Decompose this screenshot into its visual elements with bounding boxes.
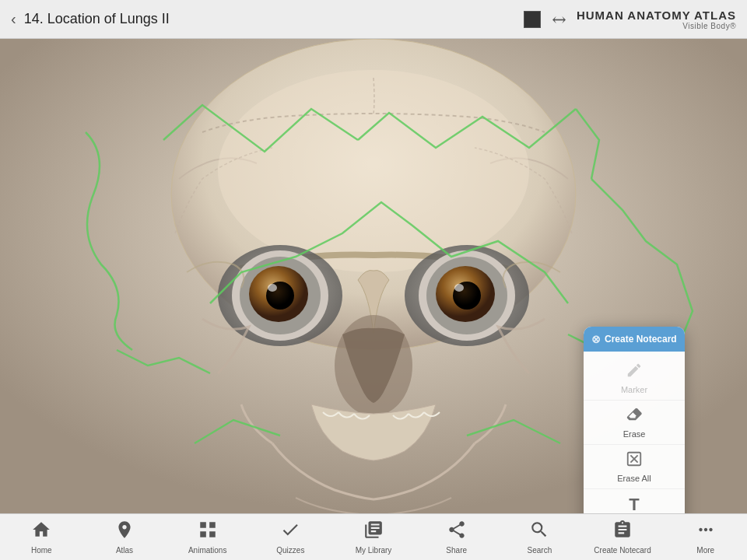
header-right: ⤢ Human Anatomy Atlas Visible Body® [524,9,736,30]
library-icon [363,520,384,544]
anatomy-viewport[interactable]: ⊗ Create Notecard Marker Er [0,39,747,513]
quizzes-icon [280,520,300,544]
nav-search[interactable]: Search [498,514,581,560]
animations-icon [198,520,218,544]
brand-title: Human Anatomy Atlas [577,9,736,22]
erase-all-label: Erase All [617,474,651,483]
nav-home[interactable]: Home [0,514,83,560]
nav-atlas[interactable]: Atlas [83,514,167,560]
erase-icon [626,406,643,428]
svg-point-2 [218,70,529,272]
share-nav-label: Share [446,546,467,555]
app-header: ‹ 14. Location of Lungs II ⤢ Human Anato… [0,0,747,39]
atlas-label: Atlas [116,546,133,555]
erase-label: Erase [623,429,646,439]
notecard-items-list: Marker Erase [584,352,685,513]
notecard-panel: ⊗ Create Notecard Marker Er [584,327,685,513]
nav-library[interactable]: My Library [332,514,416,560]
more-nav-icon [696,520,716,544]
notecard-close-icon[interactable]: ⊗ [591,333,601,345]
animations-label: Animations [188,546,226,555]
svg-point-9 [268,284,277,292]
expand-icon[interactable]: ⤢ [546,7,570,31]
library-label: My Library [356,546,392,555]
nav-create-notecard[interactable]: Create Notecard [581,514,665,560]
notecard-erase-item[interactable]: Erase [584,401,685,445]
svg-point-15 [454,284,464,292]
header-left: ‹ 14. Location of Lungs II [11,10,170,28]
brand-subtitle: Visible Body® [577,22,736,30]
marker-icon [626,362,643,383]
notecard-header[interactable]: ⊗ Create Notecard [584,327,685,352]
notecard-nav-label: Create Notecard [594,546,651,555]
nav-animations[interactable]: Animations [166,514,249,560]
page-title: 14. Location of Lungs II [24,11,170,27]
atlas-icon [114,520,135,544]
textbox-icon: T [629,495,639,513]
nav-more[interactable]: More [664,514,747,560]
notecard-marker-item[interactable]: Marker [584,356,685,401]
erase-all-icon [626,450,643,472]
bottom-navigation: Home Atlas Animations Quizzes My Library… [0,513,747,560]
more-nav-label: More [696,546,714,555]
search-nav-label: Search [528,546,552,555]
notecard-nav-icon [612,520,633,544]
nav-share[interactable]: Share [415,514,498,560]
marker-label: Marker [621,385,647,394]
notecard-textbox-item[interactable]: T Text Box [584,489,685,513]
quizzes-label: Quizzes [276,546,304,555]
share-nav-icon [447,520,467,544]
home-icon [31,520,51,544]
nav-quizzes[interactable]: Quizzes [249,514,332,560]
view-thumbnail[interactable] [524,11,541,28]
brand-block: Human Anatomy Atlas Visible Body® [577,9,736,30]
notecard-erase-all-item[interactable]: Erase All [584,445,685,489]
notecard-header-label: Create Notecard [605,334,677,345]
search-nav-icon [529,520,549,544]
home-label: Home [31,546,52,555]
back-button[interactable]: ‹ [11,10,16,28]
